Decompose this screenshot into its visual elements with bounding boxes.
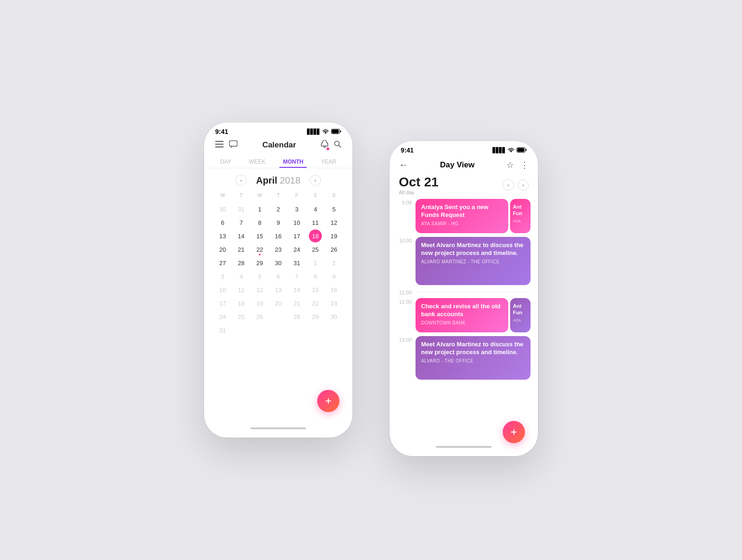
cal-day-8-2[interactable]: 26 [250,310,269,324]
cal-day-8-6[interactable]: 30 [325,310,343,324]
cal-day-7-2[interactable]: 19 [250,297,269,310]
fab-button[interactable] [317,390,339,412]
cal-day-0-1[interactable]: 31 [232,203,250,216]
cal-day-3-3[interactable]: 23 [269,243,288,256]
next-day-button[interactable]: › [518,179,529,191]
svg-rect-2 [340,130,341,132]
tab-year[interactable]: YEAR [317,156,340,168]
cal-day-0-3[interactable]: 2 [269,203,288,216]
cal-day-8-0[interactable]: 24 [213,310,232,324]
cal-day-5-0[interactable]: 3 [213,270,232,283]
cal-day-4-2[interactable]: 29 [250,256,269,270]
cal-day-6-1[interactable]: 11 [232,283,250,297]
week-row-6: 10111213141516 [213,283,343,297]
cal-day-7-0[interactable]: 17 [213,297,232,310]
cal-day-5-1[interactable]: 4 [232,270,250,283]
cal-day-8-4[interactable]: 28 [288,310,306,324]
cal-day-1-0[interactable]: 6 [213,216,232,229]
menu-icon[interactable] [215,141,224,149]
cal-day-5-6[interactable]: 9 [325,270,343,283]
star-icon[interactable]: ☆ [506,160,514,170]
day-label-t1: T [232,191,250,200]
prev-day-button[interactable]: ‹ [503,179,514,191]
cal-day-3-5[interactable]: 25 [306,243,325,256]
svg-rect-15 [511,432,517,433]
cal-day-1-3[interactable]: 9 [269,216,288,229]
cal-day-2-3[interactable]: 16 [269,229,288,243]
search-icon[interactable] [334,140,341,150]
back-button[interactable]: ← [399,159,408,170]
status-icons-right: ▋▋▋▋ [493,147,527,154]
time-slot-11: 11:00 [395,289,531,295]
event-alvaro-2[interactable]: Meet Alvaro Martinez to discuss the new … [416,336,531,380]
event-bank[interactable]: Check and revise all the old bank accoun… [416,298,508,332]
cal-day-5-3[interactable]: 6 [269,270,288,283]
cal-day-1-4[interactable]: 10 [288,216,306,229]
week-row-5: 3456789 [213,270,343,283]
cal-day-4-6[interactable]: 2 [325,256,343,270]
cal-day-3-2[interactable]: 22 [250,243,269,256]
cal-day-7-6[interactable]: 23 [325,297,343,310]
event-funds-request-partial[interactable]: AntFun AYA [510,199,531,233]
cal-day-3-1[interactable]: 21 [232,243,250,256]
tab-week[interactable]: WEEK [245,156,269,168]
cal-day-9-0[interactable]: 31 [213,324,232,337]
svg-rect-10 [326,401,331,401]
event-alvaro-1[interactable]: Meet Alvaro Martinez to discuss the new … [416,237,531,285]
week-row-0: 303112345 [213,203,343,216]
cal-day-2-1[interactable]: 14 [232,229,250,243]
cal-day-6-6[interactable]: 16 [325,283,343,297]
week-row-9: 31 [213,324,343,337]
cal-day-0-5[interactable]: 4 [306,203,325,216]
event-funds-request[interactable]: Antalya Sent you a new Funds Request AYA… [416,199,508,233]
cal-day-4-1[interactable]: 28 [232,256,250,270]
cal-day-3-6[interactable]: 26 [325,243,343,256]
cal-day-6-0[interactable]: 10 [213,283,232,297]
tab-day[interactable]: DAY [217,156,235,168]
cal-day-6-2[interactable]: 12 [250,283,269,297]
cal-day-7-3[interactable]: 20 [269,297,288,310]
cal-day-5-4[interactable]: 7 [288,270,306,283]
cal-day-6-3[interactable]: 13 [269,283,288,297]
cal-day-3-4[interactable]: 24 [288,243,306,256]
cal-day-1-5[interactable]: 11 [306,216,325,229]
cal-day-7-1[interactable]: 18 [232,297,250,310]
cal-day-9-5 [306,324,325,337]
chat-icon[interactable] [229,140,237,150]
svg-rect-13 [526,149,527,151]
cal-day-0-4[interactable]: 3 [288,203,306,216]
cal-day-5-2[interactable]: 5 [250,270,269,283]
cal-day-2-0[interactable]: 13 [213,229,232,243]
cal-day-4-4[interactable]: 31 [288,256,306,270]
cal-day-2-2[interactable]: 15 [250,229,269,243]
cal-day-2-6[interactable]: 19 [325,229,343,243]
fab-button-right[interactable] [503,421,525,443]
cal-day-4-0[interactable]: 27 [213,256,232,270]
cal-day-5-5[interactable]: 8 [306,270,325,283]
cal-day-6-4[interactable]: 14 [288,283,306,297]
cal-day-0-0[interactable]: 30 [213,203,232,216]
cal-day-7-5[interactable]: 22 [306,297,325,310]
cal-day-8-1[interactable]: 25 [232,310,250,324]
cal-day-1-2[interactable]: 8 [250,216,269,229]
cal-day-4-3[interactable]: 30 [269,256,288,270]
cal-day-8-5[interactable]: 29 [306,310,325,324]
cal-day-1-6[interactable]: 12 [325,216,343,229]
cal-day-0-6[interactable]: 5 [325,203,343,216]
cal-day-7-4[interactable]: 21 [288,297,306,310]
time-slot-12: 12:00 Check and revise all the old bank … [395,298,531,335]
event-bank-partial[interactable]: AntFun AYA [510,298,531,332]
cal-day-3-0[interactable]: 20 [213,243,232,256]
more-icon[interactable]: ⋮ [520,160,529,170]
cal-day-2-5[interactable]: 18 [309,229,322,242]
bell-icon[interactable] [321,140,328,150]
cal-day-1-1[interactable]: 7 [232,216,250,229]
cal-day-0-2[interactable]: 1 [250,203,269,216]
next-month-button[interactable]: › [310,175,321,186]
cal-day-4-5[interactable]: 1 [306,256,325,270]
cal-day-9-1 [232,324,250,337]
cal-day-6-5[interactable]: 15 [306,283,325,297]
cal-day-2-4[interactable]: 17 [288,229,306,243]
prev-month-button[interactable]: ‹ [236,175,247,186]
tab-month[interactable]: MONTH [279,156,307,168]
